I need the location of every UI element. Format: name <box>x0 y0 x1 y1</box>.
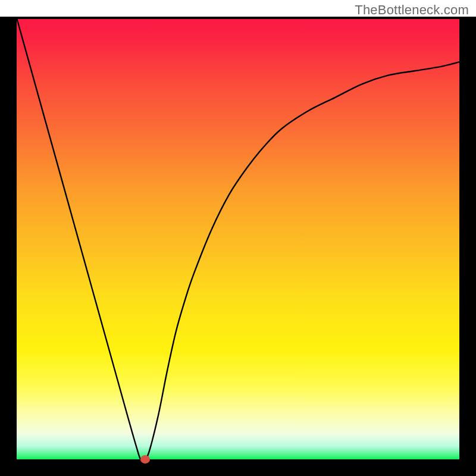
plot-gradient-background <box>17 18 459 459</box>
border-left <box>0 0 17 476</box>
border-bottom <box>0 459 476 476</box>
border-right <box>459 0 476 476</box>
optimal-point-marker <box>140 455 150 464</box>
chart-container: TheBottleneck.com <box>0 0 476 476</box>
watermark-text: TheBottleneck.com <box>355 2 469 18</box>
